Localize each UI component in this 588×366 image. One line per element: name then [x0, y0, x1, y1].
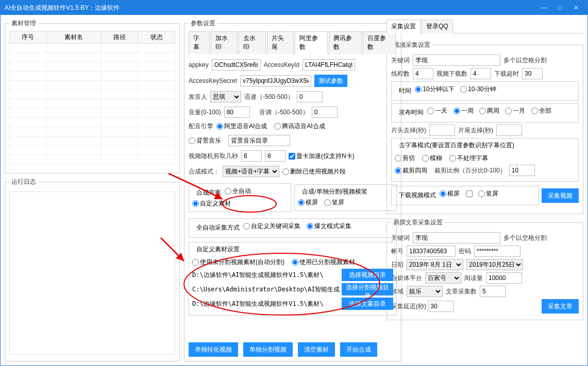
split-video-button[interactable]: 单独分割视频	[243, 342, 293, 357]
plan-auto-radio[interactable]: 全自动	[225, 187, 251, 196]
appkey-label: appkey	[189, 61, 209, 68]
maximize-icon[interactable]: □	[553, 1, 567, 15]
col-path[interactable]: 路径	[101, 31, 138, 44]
ac-keyword-radio[interactable]: 自定义关键词采集	[243, 222, 300, 231]
pub-all-radio[interactable]: 全部	[531, 107, 551, 115]
dlmode-group-title: 下载视频模式	[397, 191, 438, 200]
a-plat-select[interactable]: 百家号	[425, 272, 461, 284]
test-params-button[interactable]: 测试参数	[314, 75, 347, 87]
table-row	[10, 109, 175, 118]
vol-input[interactable]	[224, 107, 250, 118]
tab-baidu[interactable]: 百度参数	[363, 31, 396, 54]
a-kw-input[interactable]	[413, 232, 500, 243]
a-count-input[interactable]	[480, 286, 506, 297]
pub-week-radio[interactable]: 一周	[453, 107, 474, 115]
tail-cut-label: 片尾去掉(秒)	[458, 126, 493, 135]
rate-input[interactable]	[297, 91, 323, 102]
ac-hot-radio[interactable]: 爆文模式采集	[307, 222, 351, 231]
convert-video-button[interactable]: 单独转化视频	[189, 342, 238, 357]
collect-article-button[interactable]: 采集文章	[542, 299, 579, 313]
engine-ali-radio[interactable]: 阿里语音AI合成	[216, 122, 267, 131]
voice-label: 发音人	[189, 93, 207, 101]
pub-day-radio[interactable]: 一天	[427, 107, 447, 115]
aksec-label: AccessKeySecret	[189, 77, 237, 84]
pub-2week-radio[interactable]: 两周	[479, 107, 499, 115]
a-read-input[interactable]	[486, 272, 522, 284]
clear-material-button[interactable]: 清空素材	[298, 342, 335, 357]
time-10-radio[interactable]: 10分钟以下	[415, 85, 454, 94]
kw-tip: 多个以空格分割	[503, 56, 547, 65]
split-v-radio[interactable]: 竖屏	[324, 198, 344, 207]
close-icon[interactable]: ✕	[569, 1, 583, 15]
select-video-dir-button[interactable]: 选择视频目录	[342, 269, 393, 281]
aksec-input[interactable]	[240, 75, 311, 86]
select-split-dir-button[interactable]: 选择分割视频目录	[342, 283, 393, 295]
bgm-dir-input[interactable]	[228, 135, 290, 146]
randcut-from-input[interactable]	[241, 150, 262, 162]
compose-delete-radio[interactable]: 删除已使用视频片段	[282, 167, 346, 176]
select-article-dir-button[interactable]: 选择文案目录	[342, 298, 393, 310]
head-cut-input[interactable]	[429, 125, 455, 136]
kw-input[interactable]	[413, 55, 500, 66]
akid-input[interactable]	[303, 59, 355, 71]
split-h-radio[interactable]: 横屏	[298, 198, 318, 207]
mat-unsplit-radio[interactable]: 使用未分割视频素材(自动分割)	[192, 258, 284, 267]
gpu-accel-check[interactable]: 显卡加速(仅支持N卡)	[289, 152, 355, 161]
tab-headtail[interactable]: 片头尾	[267, 31, 294, 54]
pitch-input[interactable]	[312, 107, 338, 118]
right-tabs: 采集设置 登录QQ	[387, 19, 583, 33]
a-pwd-input[interactable]	[474, 246, 520, 257]
tab-watermark-add[interactable]: 加水印	[211, 31, 238, 54]
split-group-title: 合成/单独分割/视频横竖	[300, 187, 369, 196]
dlmode-check[interactable]	[466, 190, 473, 197]
sub-ratio-input[interactable]	[509, 165, 535, 176]
engine-tencent-radio[interactable]: 腾讯语音AI合成	[274, 122, 325, 131]
tail-cut-input[interactable]	[496, 125, 522, 136]
start-compose-button[interactable]: 开始合成	[340, 342, 377, 357]
timeout-input[interactable]	[522, 68, 543, 79]
col-status[interactable]: 状态	[138, 31, 175, 44]
tab-watermark-remove[interactable]: 去水印	[239, 31, 265, 54]
sub-none-radio[interactable]: 不处理字幕	[449, 154, 488, 163]
col-name[interactable]: 素材名	[46, 31, 101, 44]
appkey-input[interactable]	[212, 59, 261, 71]
mat-split-radio[interactable]: 使用已分割视频素材	[292, 258, 355, 267]
tab-collect-settings[interactable]: 采集设置	[387, 20, 421, 33]
threads-input[interactable]	[413, 68, 433, 79]
material-legend: 素材管理	[9, 19, 38, 28]
a-date-from-select[interactable]: 2019年 8月 1日	[407, 259, 463, 270]
dlcount-input[interactable]	[471, 68, 491, 79]
voice-select[interactable]: 思琪	[210, 91, 241, 102]
compose-label: 合成模式：	[189, 167, 220, 176]
article-collect-panel: 易撰文章采集设置 关键词 多个以空格分割 帐号 密码 日期 2019年 8月 1…	[387, 218, 583, 320]
a-acc-input[interactable]	[407, 246, 456, 257]
dlmode-v-radio[interactable]: 竖屏	[478, 189, 498, 198]
bgm-radio[interactable]: 背景音乐	[189, 136, 221, 145]
tab-subtitle[interactable]: 字幕	[189, 31, 210, 54]
table-row	[10, 44, 175, 53]
runlog-body	[9, 191, 175, 355]
compose-select[interactable]: 视频+语音+字幕	[223, 166, 279, 177]
table-row	[10, 136, 175, 146]
a-date-to-select[interactable]: 2019年10月25日	[466, 259, 523, 270]
tab-login-qq[interactable]: 登录QQ	[422, 20, 453, 33]
params-panel: 参数设置 字幕 加水印 去水印 片头尾 阿里参数 腾讯参数 百度参数 appke…	[184, 19, 401, 361]
dlcount-label: 视频下载数	[436, 69, 467, 78]
pub-month-radio[interactable]: 一月	[505, 107, 525, 115]
table-row	[10, 118, 175, 127]
col-index[interactable]: 序号	[10, 31, 47, 44]
table-row	[10, 53, 175, 62]
minimize-icon[interactable]: —	[536, 1, 551, 15]
collect-video-button[interactable]: 采集视频	[542, 188, 579, 203]
randcut-to-input[interactable]	[265, 150, 285, 162]
path-split: C:\Users\Administrator\Desktop\AI智能生成	[192, 285, 340, 294]
sub-blur-radio[interactable]: 模糊	[422, 154, 442, 163]
time-30-radio[interactable]: 10-30分钟	[460, 85, 496, 94]
tab-ali[interactable]: 阿里参数	[295, 31, 328, 54]
plan-custom-radio[interactable]: 自定义素材	[192, 199, 231, 208]
dlmode-h-radio[interactable]: 横屏	[440, 189, 460, 198]
a-count-label: 文章采集数	[446, 287, 477, 296]
tab-tencent[interactable]: 腾讯参数	[329, 31, 362, 54]
a-domain-select[interactable]: 娱乐	[407, 286, 443, 297]
a-delay-input[interactable]	[428, 301, 453, 312]
